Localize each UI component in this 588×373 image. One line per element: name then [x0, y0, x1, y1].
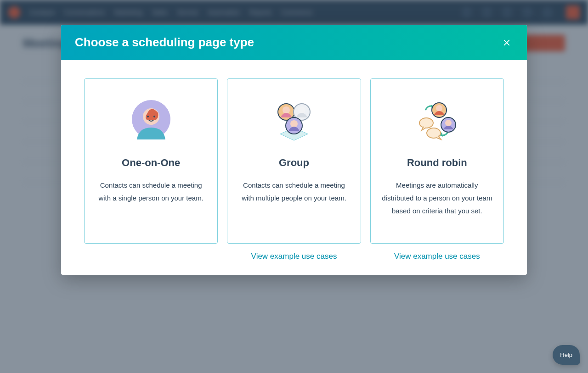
- round-robin-illustration-icon: [416, 100, 458, 141]
- option-title: One-on-One: [122, 157, 180, 169]
- svg-point-6: [283, 106, 290, 114]
- option-column-one-on-one: One-on-One Contacts can schedule a meeti…: [84, 78, 218, 261]
- help-label: Help: [560, 351, 572, 358]
- scheduling-type-modal: Choose a scheduling page type: [61, 25, 527, 275]
- option-column-group: Group Contacts can schedule a meeting wi…: [227, 78, 361, 261]
- modal-title: Choose a scheduling page type: [75, 35, 500, 50]
- svg-point-14: [436, 105, 442, 111]
- modal-body: One-on-One Contacts can schedule a meeti…: [61, 60, 527, 275]
- option-card-group[interactable]: Group Contacts can schedule a meeting wi…: [227, 78, 361, 244]
- option-description: Meetings are automatically distributed t…: [379, 179, 495, 217]
- one-on-one-illustration-icon: [130, 100, 172, 141]
- svg-point-3: [153, 116, 155, 117]
- close-button[interactable]: [500, 36, 513, 49]
- option-description: Contacts can schedule a meeting with mul…: [236, 179, 352, 205]
- option-description: Contacts can schedule a meeting with a s…: [93, 179, 209, 205]
- option-column-round-robin: Round robin Meetings are automatically d…: [370, 78, 504, 261]
- svg-point-8: [298, 106, 305, 114]
- view-use-cases-link-round-robin[interactable]: View example use cases: [394, 252, 480, 261]
- svg-point-10: [290, 120, 298, 128]
- svg-point-2: [147, 116, 149, 117]
- svg-point-16: [445, 120, 452, 126]
- modal-header: Choose a scheduling page type: [61, 25, 527, 60]
- option-card-round-robin[interactable]: Round robin Meetings are automatically d…: [370, 78, 504, 244]
- group-illustration-icon: [273, 100, 315, 141]
- svg-point-17: [419, 118, 433, 128]
- view-use-cases-link-group[interactable]: View example use cases: [251, 252, 337, 261]
- close-icon: [502, 38, 511, 47]
- option-card-one-on-one[interactable]: One-on-One Contacts can schedule a meeti…: [84, 78, 218, 244]
- option-title: Group: [279, 157, 309, 169]
- option-title: Round robin: [407, 157, 467, 169]
- help-widget[interactable]: Help: [553, 345, 580, 365]
